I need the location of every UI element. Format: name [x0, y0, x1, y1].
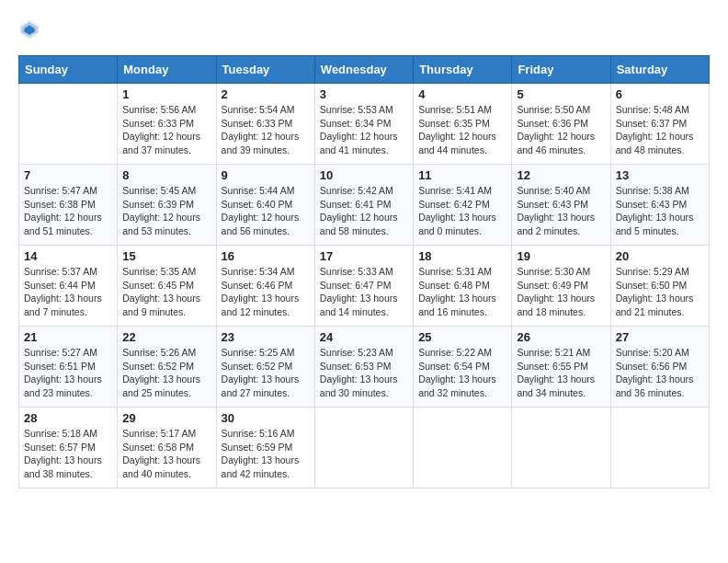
- day-number: 5: [517, 87, 605, 101]
- cell-info: Sunrise: 5:18 AM Sunset: 6:57 PM Dayligh…: [24, 427, 112, 481]
- cell-info: Sunrise: 5:31 AM Sunset: 6:48 PM Dayligh…: [418, 265, 506, 319]
- day-number: 18: [418, 249, 506, 263]
- cell-info: Sunrise: 5:34 AM Sunset: 6:46 PM Dayligh…: [222, 265, 310, 319]
- day-number: 25: [418, 330, 506, 344]
- calendar-week-row: 28Sunrise: 5:18 AM Sunset: 6:57 PM Dayli…: [19, 408, 710, 488]
- calendar-cell: 18Sunrise: 5:31 AM Sunset: 6:48 PM Dayli…: [414, 246, 512, 327]
- calendar-cell: 24Sunrise: 5:23 AM Sunset: 6:53 PM Dayli…: [314, 327, 413, 408]
- calendar-cell: [19, 84, 118, 165]
- cell-info: Sunrise: 5:20 AM Sunset: 6:56 PM Dayligh…: [616, 346, 704, 400]
- day-number: 3: [320, 87, 408, 101]
- cell-info: Sunrise: 5:27 AM Sunset: 6:51 PM Dayligh…: [24, 346, 112, 400]
- calendar-cell: [610, 408, 709, 488]
- calendar-cell: 22Sunrise: 5:26 AM Sunset: 6:52 PM Dayli…: [118, 327, 216, 408]
- calendar-cell: 27Sunrise: 5:20 AM Sunset: 6:56 PM Dayli…: [610, 327, 709, 408]
- cell-info: Sunrise: 5:33 AM Sunset: 6:47 PM Dayligh…: [320, 265, 408, 319]
- weekday-header: Friday: [512, 56, 610, 84]
- calendar-week-row: 1Sunrise: 5:56 AM Sunset: 6:33 PM Daylig…: [19, 84, 710, 165]
- calendar-cell: 8Sunrise: 5:45 AM Sunset: 6:39 PM Daylig…: [118, 165, 216, 246]
- calendar-cell: 29Sunrise: 5:17 AM Sunset: 6:58 PM Dayli…: [118, 408, 216, 488]
- day-number: 4: [418, 87, 506, 101]
- cell-info: Sunrise: 5:51 AM Sunset: 6:35 PM Dayligh…: [418, 103, 506, 157]
- cell-info: Sunrise: 5:16 AM Sunset: 6:59 PM Dayligh…: [222, 427, 310, 481]
- calendar-cell: 23Sunrise: 5:25 AM Sunset: 6:52 PM Dayli…: [216, 327, 314, 408]
- cell-info: Sunrise: 5:25 AM Sunset: 6:52 PM Dayligh…: [222, 346, 310, 400]
- day-number: 11: [418, 168, 506, 182]
- cell-info: Sunrise: 5:47 AM Sunset: 6:38 PM Dayligh…: [24, 184, 112, 238]
- day-number: 17: [320, 249, 408, 263]
- day-number: 14: [24, 249, 112, 263]
- cell-info: Sunrise: 5:44 AM Sunset: 6:40 PM Dayligh…: [222, 184, 310, 238]
- weekday-header: Thursday: [414, 56, 512, 84]
- day-number: 22: [122, 330, 210, 344]
- calendar-cell: 28Sunrise: 5:18 AM Sunset: 6:57 PM Dayli…: [19, 408, 118, 488]
- day-number: 8: [122, 168, 210, 182]
- calendar-cell: 4Sunrise: 5:51 AM Sunset: 6:35 PM Daylig…: [414, 84, 512, 165]
- cell-info: Sunrise: 5:22 AM Sunset: 6:54 PM Dayligh…: [418, 346, 506, 400]
- calendar-cell: 7Sunrise: 5:47 AM Sunset: 6:38 PM Daylig…: [19, 165, 118, 246]
- day-number: 2: [222, 87, 310, 101]
- calendar-cell: [512, 408, 610, 488]
- weekday-header: Tuesday: [216, 56, 314, 84]
- cell-info: Sunrise: 5:38 AM Sunset: 6:43 PM Dayligh…: [616, 184, 704, 238]
- weekday-header: Sunday: [19, 56, 118, 84]
- cell-info: Sunrise: 5:41 AM Sunset: 6:42 PM Dayligh…: [418, 184, 506, 238]
- day-number: 26: [517, 330, 605, 344]
- day-number: 24: [320, 330, 408, 344]
- cell-info: Sunrise: 5:35 AM Sunset: 6:45 PM Dayligh…: [122, 265, 210, 319]
- calendar-cell: 25Sunrise: 5:22 AM Sunset: 6:54 PM Dayli…: [414, 327, 512, 408]
- calendar-cell: 16Sunrise: 5:34 AM Sunset: 6:46 PM Dayli…: [216, 246, 314, 327]
- day-number: 19: [517, 249, 605, 263]
- calendar-cell: 10Sunrise: 5:42 AM Sunset: 6:41 PM Dayli…: [314, 165, 413, 246]
- calendar-cell: 11Sunrise: 5:41 AM Sunset: 6:42 PM Dayli…: [414, 165, 512, 246]
- calendar-cell: 2Sunrise: 5:54 AM Sunset: 6:33 PM Daylig…: [216, 84, 314, 165]
- day-number: 21: [24, 330, 112, 344]
- day-number: 1: [122, 87, 210, 101]
- cell-info: Sunrise: 5:56 AM Sunset: 6:33 PM Dayligh…: [122, 103, 210, 157]
- cell-info: Sunrise: 5:54 AM Sunset: 6:33 PM Dayligh…: [222, 103, 310, 157]
- weekday-header: Wednesday: [314, 56, 413, 84]
- logo-icon: [18, 18, 40, 40]
- cell-info: Sunrise: 5:29 AM Sunset: 6:50 PM Dayligh…: [616, 265, 704, 319]
- day-number: 29: [122, 411, 210, 425]
- calendar-cell: 6Sunrise: 5:48 AM Sunset: 6:37 PM Daylig…: [610, 84, 709, 165]
- cell-info: Sunrise: 5:42 AM Sunset: 6:41 PM Dayligh…: [320, 184, 408, 238]
- calendar-cell: 9Sunrise: 5:44 AM Sunset: 6:40 PM Daylig…: [216, 165, 314, 246]
- weekday-header-row: SundayMondayTuesdayWednesdayThursdayFrid…: [19, 56, 710, 84]
- calendar-cell: 20Sunrise: 5:29 AM Sunset: 6:50 PM Dayli…: [610, 246, 709, 327]
- day-number: 15: [122, 249, 210, 263]
- calendar-cell: 30Sunrise: 5:16 AM Sunset: 6:59 PM Dayli…: [216, 408, 314, 488]
- day-number: 7: [24, 168, 112, 182]
- logo: [18, 18, 44, 40]
- calendar-cell: 17Sunrise: 5:33 AM Sunset: 6:47 PM Dayli…: [314, 246, 413, 327]
- cell-info: Sunrise: 5:40 AM Sunset: 6:43 PM Dayligh…: [517, 184, 605, 238]
- calendar-cell: 5Sunrise: 5:50 AM Sunset: 6:36 PM Daylig…: [512, 84, 610, 165]
- calendar-cell: 14Sunrise: 5:37 AM Sunset: 6:44 PM Dayli…: [19, 246, 118, 327]
- calendar-cell: 3Sunrise: 5:53 AM Sunset: 6:34 PM Daylig…: [314, 84, 413, 165]
- calendar-cell: 15Sunrise: 5:35 AM Sunset: 6:45 PM Dayli…: [118, 246, 216, 327]
- cell-info: Sunrise: 5:17 AM Sunset: 6:58 PM Dayligh…: [122, 427, 210, 481]
- day-number: 9: [222, 168, 310, 182]
- calendar-week-row: 14Sunrise: 5:37 AM Sunset: 6:44 PM Dayli…: [19, 246, 710, 327]
- calendar-cell: 13Sunrise: 5:38 AM Sunset: 6:43 PM Dayli…: [610, 165, 709, 246]
- calendar-cell: 12Sunrise: 5:40 AM Sunset: 6:43 PM Dayli…: [512, 165, 610, 246]
- cell-info: Sunrise: 5:50 AM Sunset: 6:36 PM Dayligh…: [517, 103, 605, 157]
- day-number: 13: [616, 168, 704, 182]
- cell-info: Sunrise: 5:48 AM Sunset: 6:37 PM Dayligh…: [616, 103, 704, 157]
- day-number: 27: [616, 330, 704, 344]
- calendar-table: SundayMondayTuesdayWednesdayThursdayFrid…: [18, 55, 710, 488]
- calendar-cell: 26Sunrise: 5:21 AM Sunset: 6:55 PM Dayli…: [512, 327, 610, 408]
- cell-info: Sunrise: 5:26 AM Sunset: 6:52 PM Dayligh…: [122, 346, 210, 400]
- day-number: 30: [222, 411, 310, 425]
- page-header: [18, 18, 710, 40]
- calendar-cell: 19Sunrise: 5:30 AM Sunset: 6:49 PM Dayli…: [512, 246, 610, 327]
- day-number: 6: [616, 87, 704, 101]
- calendar-cell: [314, 408, 413, 488]
- cell-info: Sunrise: 5:21 AM Sunset: 6:55 PM Dayligh…: [517, 346, 605, 400]
- day-number: 16: [222, 249, 310, 263]
- weekday-header: Monday: [118, 56, 216, 84]
- calendar-cell: [414, 408, 512, 488]
- day-number: 20: [616, 249, 704, 263]
- day-number: 28: [24, 411, 112, 425]
- cell-info: Sunrise: 5:37 AM Sunset: 6:44 PM Dayligh…: [24, 265, 112, 319]
